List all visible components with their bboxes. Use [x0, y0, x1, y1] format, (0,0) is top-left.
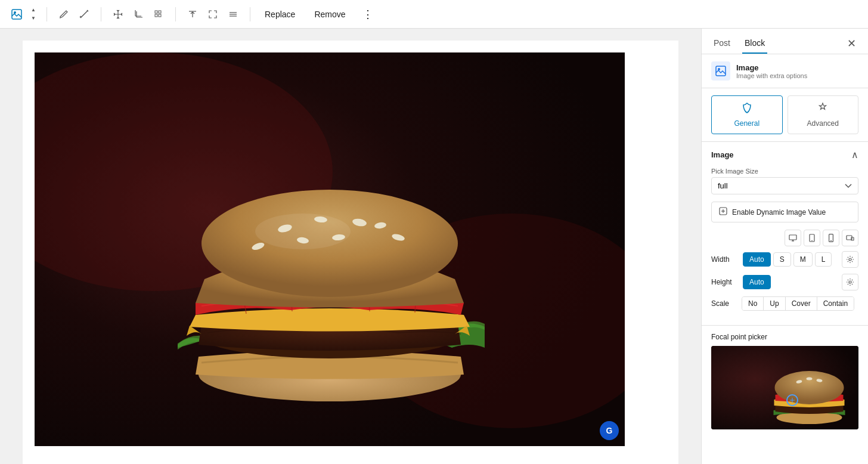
block-type-selector[interactable]: ▲ ▼	[7, 5, 39, 24]
tablet-icon[interactable]	[804, 230, 820, 246]
scale-buttons: No Up Cover Contain	[742, 296, 854, 311]
draw-tools[interactable]	[54, 5, 94, 24]
svg-point-28	[255, 214, 351, 249]
block-type-icon[interactable]	[7, 5, 26, 24]
svg-rect-3	[159, 11, 161, 13]
scale-up-btn[interactable]: Up	[764, 297, 785, 310]
focal-point-crosshair[interactable]	[786, 394, 798, 406]
main-layout: G Post Block ✕ Image Image with extra op…	[0, 29, 868, 464]
separator-2	[101, 7, 101, 21]
tab-block[interactable]: Block	[742, 33, 767, 54]
remove-button[interactable]: Remove	[307, 7, 352, 21]
width-buttons: Auto S M L	[743, 252, 837, 267]
svg-rect-5	[159, 14, 161, 17]
dynamic-image-button[interactable]: Enable Dynamic Image Value	[711, 202, 858, 222]
scale-cover-btn[interactable]: Cover	[786, 297, 817, 310]
dynamic-image-label: Enable Dynamic Image Value	[732, 208, 826, 216]
advanced-tab-label: Advanced	[807, 119, 839, 128]
image-size-label: Pick Image Size	[711, 168, 858, 175]
image-size-select[interactable]: full large medium thumbnail	[711, 177, 858, 194]
general-tab-label: General	[734, 119, 760, 128]
image-block[interactable]: G	[35, 52, 625, 446]
scale-label: Scale	[711, 299, 738, 308]
tab-general[interactable]: General	[711, 95, 783, 134]
fullscreen-icon[interactable]	[203, 5, 222, 24]
image-section: Image ∧ Pick Image Size full large mediu…	[702, 142, 868, 326]
svg-point-38	[811, 240, 813, 242]
height-row: Height Auto	[711, 274, 858, 290]
block-type-arrows[interactable]: ▲ ▼	[27, 6, 39, 23]
focal-point-image[interactable]	[711, 346, 858, 429]
desktop-icon[interactable]	[785, 230, 801, 246]
separator-3	[175, 7, 176, 21]
sidebar-top-tabs: Post Block ✕	[702, 29, 868, 54]
svg-point-49	[807, 378, 813, 381]
scale-no-btn[interactable]: No	[742, 297, 764, 310]
tab-post[interactable]: Post	[711, 33, 733, 54]
more-options-icon[interactable]: ⋮	[358, 5, 378, 23]
mobile-icon[interactable]	[823, 230, 839, 246]
width-row: Width Auto S M L	[711, 251, 858, 268]
align-up-icon[interactable]	[183, 5, 202, 24]
svg-point-43	[849, 258, 851, 261]
height-buttons: Auto	[743, 275, 837, 289]
block-info: Image Image with extra options	[702, 54, 868, 88]
top-toolbar: ▲ ▼	[0, 0, 868, 29]
width-settings-icon[interactable]	[842, 251, 858, 268]
crop-icon[interactable]	[129, 5, 148, 24]
grid-icon[interactable]	[149, 5, 168, 24]
advanced-icon	[817, 102, 829, 117]
image-section-header[interactable]: Image ∧	[711, 149, 858, 160]
responsive-icon[interactable]	[842, 230, 858, 246]
focal-point-label: Focal point picker	[711, 333, 858, 341]
width-l-btn[interactable]: L	[815, 252, 832, 267]
height-settings-icon[interactable]	[842, 274, 858, 290]
collapse-icon[interactable]: ∧	[851, 149, 858, 160]
block-description: Image with extra options	[736, 72, 807, 79]
width-label: Width	[711, 255, 738, 264]
scale-row: Scale No Up Cover Contain	[711, 296, 858, 311]
panel-tabs: General Advanced	[702, 88, 868, 142]
image-section-title: Image	[711, 150, 734, 159]
burger-svg	[35, 52, 625, 446]
separator-1	[46, 7, 47, 21]
line-icon[interactable]	[75, 5, 94, 24]
canvas-content: G	[23, 41, 678, 464]
device-icons-row	[711, 230, 858, 246]
width-s-btn[interactable]: S	[773, 252, 791, 267]
svg-point-44	[849, 281, 851, 283]
height-label: Height	[711, 278, 738, 286]
grammarly-badge: G	[600, 421, 619, 440]
general-icon	[741, 102, 753, 117]
move-icon[interactable]	[108, 5, 128, 24]
right-sidebar: Post Block ✕ Image Image with extra opti…	[701, 29, 868, 464]
height-auto-btn[interactable]: Auto	[743, 275, 771, 289]
position-tools[interactable]	[183, 5, 243, 24]
svg-rect-4	[155, 14, 157, 17]
svg-rect-34	[789, 235, 796, 240]
arrow-down-icon[interactable]: ▼	[27, 14, 39, 23]
width-auto-btn[interactable]: Auto	[743, 252, 771, 267]
panel-content: Image ∧ Pick Image Size full large mediu…	[702, 142, 868, 464]
dynamic-icon	[719, 207, 727, 217]
pencil-icon[interactable]	[54, 5, 73, 24]
separator-4	[250, 7, 250, 21]
block-info-text: Image Image with extra options	[736, 63, 807, 79]
focal-point-section: Focal point picker	[702, 326, 868, 437]
svg-rect-2	[155, 11, 157, 13]
block-icon	[711, 61, 730, 81]
tab-advanced[interactable]: Advanced	[788, 95, 859, 134]
replace-button[interactable]: Replace	[258, 7, 302, 21]
arrow-up-icon[interactable]: ▲	[27, 6, 39, 14]
scale-contain-btn[interactable]: Contain	[817, 297, 854, 310]
canvas-area[interactable]: G	[0, 29, 701, 464]
transform-tools[interactable]	[108, 5, 168, 24]
svg-point-47	[775, 371, 844, 404]
svg-rect-42	[851, 237, 854, 240]
burger-image	[35, 52, 625, 446]
block-title: Image	[736, 63, 807, 72]
close-sidebar-button[interactable]: ✕	[845, 33, 858, 54]
list-icon[interactable]	[224, 5, 243, 24]
image-size-group: Pick Image Size full large medium thumbn…	[711, 168, 858, 194]
width-m-btn[interactable]: M	[793, 252, 813, 267]
